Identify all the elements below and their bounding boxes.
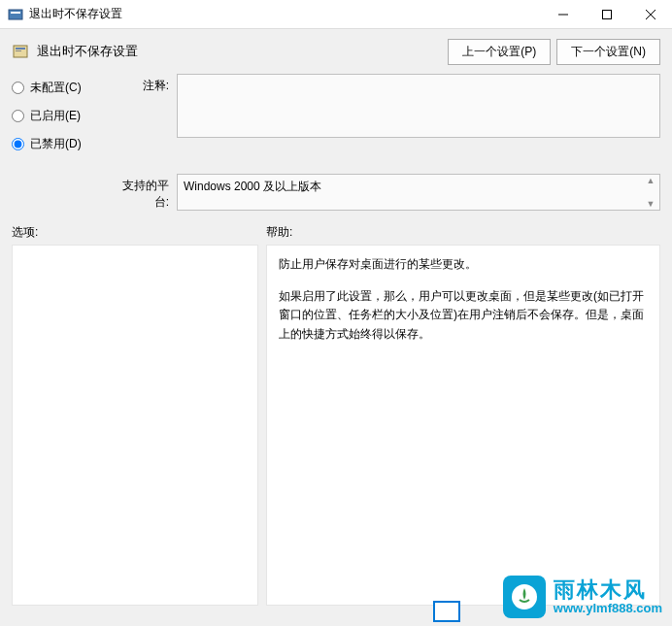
platform-row: 支持的平台: Windows 2000 及以上版本 ▲ ▼	[0, 170, 672, 218]
radio-group: 未配置(C) 已启用(E) 已禁用(D)	[12, 74, 118, 164]
radio-disabled-input[interactable]	[12, 138, 24, 150]
options-label: 选项:	[12, 224, 266, 241]
close-button[interactable]	[628, 0, 672, 28]
section-labels: 选项: 帮助:	[0, 218, 672, 245]
watermark-cn: 雨林木风	[554, 578, 662, 602]
radio-enabled-input[interactable]	[12, 110, 24, 122]
radio-disabled-label: 已禁用(D)	[30, 136, 82, 152]
scroll-up-icon[interactable]: ▲	[644, 176, 657, 185]
radio-enabled-label: 已启用(E)	[30, 108, 81, 124]
next-setting-button[interactable]: 下一个设置(N)	[556, 39, 660, 65]
minimize-button[interactable]	[541, 0, 585, 28]
help-paragraph-2: 如果启用了此设置，那么，用户可以更改桌面，但是某些更改(如已打开窗口的位置、任务…	[279, 287, 648, 344]
radio-not-configured-label: 未配置(C)	[30, 80, 82, 96]
watermark-url: www.ylmf888.com	[554, 602, 662, 615]
radio-disabled[interactable]: 已禁用(D)	[12, 136, 118, 152]
options-panel	[12, 245, 258, 606]
platform-label: 支持的平台:	[118, 174, 177, 211]
watermark-text: 雨林木风 www.ylmf888.com	[554, 578, 662, 615]
scroll-down-icon[interactable]: ▼	[644, 199, 657, 209]
policy-icon	[12, 43, 29, 60]
svg-rect-1	[11, 12, 20, 14]
policy-title: 退出时不保存设置	[37, 43, 442, 60]
config-row: 未配置(C) 已启用(E) 已禁用(D) 注释:	[0, 74, 672, 170]
comment-label: 注释:	[118, 74, 177, 94]
app-icon	[8, 7, 23, 22]
platform-value: Windows 2000 及以上版本	[184, 180, 321, 193]
svg-rect-8	[16, 50, 21, 51]
svg-rect-3	[602, 10, 611, 18]
maximize-button[interactable]	[585, 0, 628, 28]
watermark-logo-icon	[503, 576, 546, 618]
help-label: 帮助:	[266, 224, 660, 241]
header-row: 退出时不保存设置 上一个设置(P) 下一个设置(N)	[0, 29, 672, 74]
radio-not-configured[interactable]: 未配置(C)	[12, 80, 118, 96]
comment-input[interactable]	[177, 74, 660, 138]
radio-enabled[interactable]: 已启用(E)	[12, 108, 118, 124]
radio-not-configured-input[interactable]	[12, 82, 24, 94]
platform-box: Windows 2000 及以上版本 ▲ ▼	[177, 174, 660, 211]
window-title: 退出时不保存设置	[29, 6, 541, 22]
panels: 防止用户保存对桌面进行的某些更改。 如果启用了此设置，那么，用户可以更改桌面，但…	[0, 245, 672, 606]
svg-rect-7	[16, 48, 25, 49]
window-controls	[541, 0, 672, 28]
svg-rect-0	[9, 10, 22, 19]
focus-indicator	[433, 601, 460, 622]
titlebar: 退出时不保存设置	[0, 0, 672, 29]
watermark: 雨林木风 www.ylmf888.com	[503, 576, 662, 618]
help-panel: 防止用户保存对桌面进行的某些更改。 如果启用了此设置，那么，用户可以更改桌面，但…	[266, 245, 660, 606]
prev-setting-button[interactable]: 上一个设置(P)	[448, 39, 551, 65]
help-paragraph-1: 防止用户保存对桌面进行的某些更改。	[279, 255, 648, 274]
